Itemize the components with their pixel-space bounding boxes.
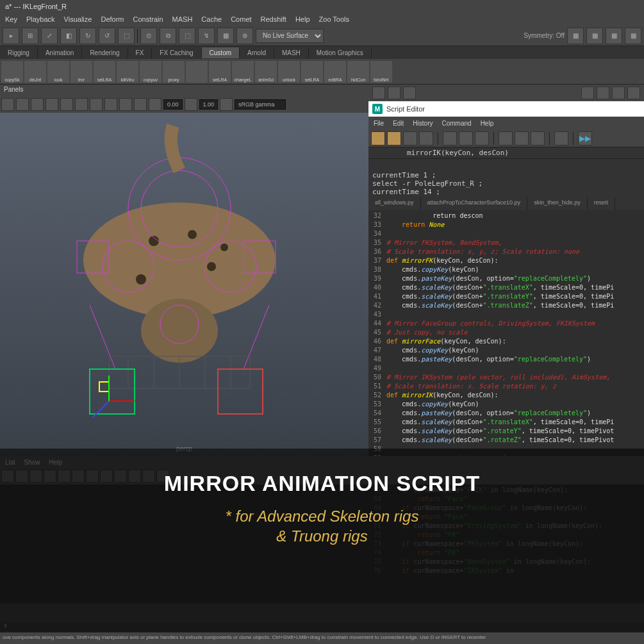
vp-colorspace[interactable]: sRGB gamma [235, 99, 286, 110]
menu-item[interactable]: Cache [201, 15, 222, 23]
script-tab[interactable]: attachPropToCharacterSurface10.py [421, 197, 528, 210]
layout-icon[interactable] [515, 131, 529, 145]
vp-tool[interactable] [90, 98, 103, 111]
xform-tool[interactable] [627, 87, 640, 99]
vp-tool[interactable] [149, 98, 161, 111]
save-icon[interactable] [403, 131, 417, 145]
menu-item[interactable]: Visualize [64, 15, 92, 23]
script-output[interactable]: currentTime 1 ; select -r PoleLegFront_R… [368, 159, 644, 197]
menu-item[interactable]: Deform [101, 15, 124, 23]
vp-gamma[interactable]: 1.00 [199, 99, 219, 110]
toolbar-btn[interactable]: ⬚ [118, 28, 135, 44]
script-tab[interactable]: resetI [588, 197, 616, 210]
vp-exposure[interactable]: 0.00 [163, 99, 183, 110]
shelf-icon[interactable]: changeL [232, 61, 254, 83]
shelf-tab[interactable]: MASH [274, 47, 309, 58]
script-tab[interactable]: all_windows.py [368, 197, 421, 210]
clear-icon[interactable] [459, 131, 473, 145]
toolbar-btn[interactable]: ▦ [567, 28, 584, 44]
shelf-icon[interactable]: unlock [278, 61, 300, 83]
layout-icon[interactable] [531, 131, 545, 145]
shelf-icon[interactable]: disJnt [24, 61, 46, 83]
layout-icon[interactable] [499, 131, 513, 145]
shelf-icon[interactable]: copySk [1, 61, 23, 83]
toolbar-btn[interactable]: ⊞ [22, 28, 38, 44]
xform-tool[interactable] [597, 87, 609, 99]
vp-tool[interactable] [119, 98, 132, 111]
toolbar-btn[interactable]: ↻ [79, 28, 96, 44]
toolbar-btn[interactable]: ⊙ [140, 28, 157, 44]
open-icon[interactable] [371, 131, 385, 145]
clear-icon[interactable] [443, 131, 457, 145]
save-icon[interactable] [419, 131, 433, 145]
vp-tool[interactable] [104, 98, 117, 111]
menu-item[interactable]: Redshift [261, 15, 286, 23]
script-menu-item[interactable]: Edit [393, 120, 404, 127]
toolbar-btn[interactable]: ⊛ [236, 28, 253, 44]
clear-icon[interactable] [475, 131, 489, 145]
shelf-tab[interactable]: Rigging [0, 47, 38, 58]
shelf-icon[interactable] [186, 61, 208, 83]
toolbar-btn[interactable]: ⧉ [160, 28, 176, 44]
vp-tool[interactable] [31, 98, 44, 111]
menu-item[interactable]: Playback [26, 15, 55, 23]
toolbar-btn[interactable]: ↺ [99, 28, 115, 44]
script-menu-item[interactable]: File [374, 120, 384, 127]
live-surface-select[interactable]: No Live Surface [256, 29, 324, 43]
toolbar-btn[interactable]: ↯ [198, 28, 215, 44]
shelf-icon[interactable]: hidCon [347, 61, 369, 83]
script-editor-titlebar[interactable]: M Script Editor [368, 101, 644, 117]
xform-tool[interactable] [388, 87, 400, 99]
toolbar-btn[interactable]: ▦ [586, 28, 603, 44]
toolbar-btn[interactable]: ▦ [606, 28, 622, 44]
menu-item[interactable]: Zoo Tools [319, 15, 350, 23]
xform-tool[interactable] [581, 87, 594, 99]
shelf-icon[interactable]: selLRA [94, 61, 115, 83]
shelf-icon[interactable]: selLRA [301, 61, 323, 83]
toolbar-btn[interactable]: ▸ [3, 28, 19, 44]
script-menu-item[interactable]: Help [481, 120, 494, 127]
shelf-icon[interactable]: bindNH [370, 61, 392, 83]
xform-tool[interactable] [403, 87, 416, 99]
toolbar-btn[interactable]: ▦ [625, 28, 641, 44]
menu-item[interactable]: Constrain [133, 15, 163, 23]
toolbar-btn[interactable]: ▦ [217, 28, 234, 44]
viewport[interactable]: persp [0, 113, 368, 456]
shelf-tab[interactable]: Custom [202, 47, 240, 58]
menu-item[interactable]: Help [295, 15, 310, 23]
vp-tool[interactable] [1, 98, 14, 111]
shelf-tab[interactable]: FX [128, 47, 153, 58]
shelf-icon[interactable]: copyuv [140, 61, 161, 83]
shelf-icon[interactable]: trcr [70, 61, 92, 83]
vp-tool[interactable] [185, 98, 197, 111]
shelf-icon[interactable]: look [47, 61, 69, 83]
vp-tool[interactable] [60, 98, 73, 111]
script-menu-item[interactable]: History [413, 120, 433, 127]
open-icon[interactable] [387, 131, 401, 145]
run-icon[interactable]: ▶▶ [578, 131, 592, 145]
script-tab[interactable]: skin_then_hide.py [527, 197, 588, 210]
menu-item[interactable]: MASH [172, 15, 193, 23]
shelf-icon[interactable]: selLRA [209, 61, 231, 83]
toolbar-btn[interactable]: ⤢ [41, 28, 58, 44]
shelf-tab[interactable]: Animation [38, 47, 82, 58]
vp-tool[interactable] [16, 98, 29, 111]
shelf-icon[interactable]: killViru [117, 61, 138, 83]
script-menu-item[interactable]: Command [442, 120, 471, 127]
vp-tool[interactable] [45, 98, 58, 111]
toolbar-btn[interactable]: ⬚ [179, 28, 195, 44]
panels-label[interactable]: Panels [0, 85, 368, 96]
toolbar-btn[interactable]: ◧ [60, 28, 77, 44]
code-editor[interactable]: 32 return descon33 return None3435# Mirr… [368, 210, 644, 456]
shelf-icon[interactable]: animSd [255, 61, 277, 83]
shelf-tab[interactable]: FX Caching [152, 47, 201, 58]
vp-tool[interactable] [134, 98, 147, 111]
shelf-icon[interactable]: proxy [163, 61, 185, 83]
menu-item[interactable]: Key [5, 15, 17, 23]
shelf-icon[interactable]: editRA [324, 61, 346, 83]
vp-tool[interactable] [220, 98, 233, 111]
vp-tool[interactable] [75, 98, 88, 111]
shelf-tab[interactable]: Motion Graphics [309, 47, 372, 58]
menu-item[interactable]: Comet [231, 15, 251, 23]
shelf-tab[interactable]: Rendering [82, 47, 128, 58]
